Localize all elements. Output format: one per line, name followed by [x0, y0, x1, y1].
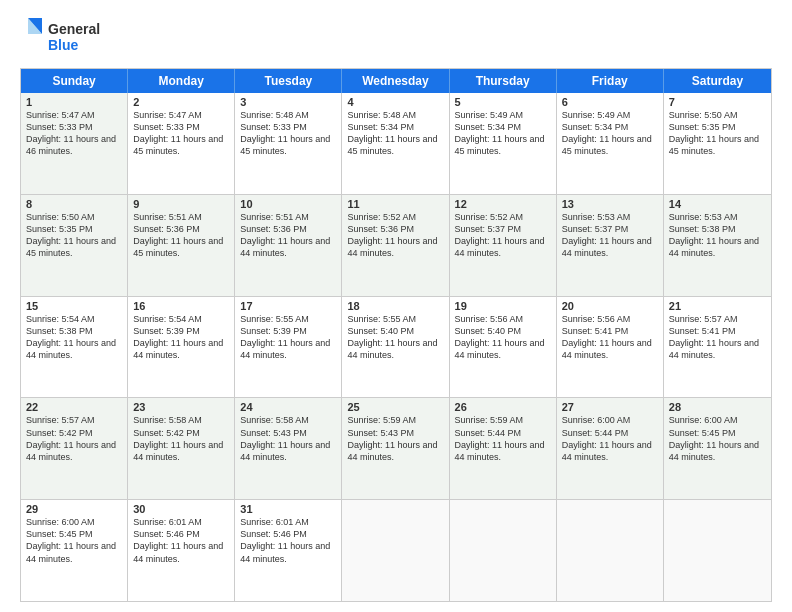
calendar-cell: 14Sunrise: 5:53 AMSunset: 5:38 PMDayligh…: [664, 195, 771, 296]
cell-info: Sunrise: 6:01 AMSunset: 5:46 PMDaylight:…: [240, 516, 336, 565]
cell-info: Sunrise: 5:47 AMSunset: 5:33 PMDaylight:…: [133, 109, 229, 158]
calendar-cell: 1Sunrise: 5:47 AMSunset: 5:33 PMDaylight…: [21, 93, 128, 194]
day-number: 16: [133, 300, 229, 312]
logo-svg: General Blue: [20, 16, 110, 58]
header-day-saturday: Saturday: [664, 69, 771, 93]
header-day-friday: Friday: [557, 69, 664, 93]
calendar-header: SundayMondayTuesdayWednesdayThursdayFrid…: [21, 69, 771, 93]
cell-info: Sunrise: 5:51 AMSunset: 5:36 PMDaylight:…: [240, 211, 336, 260]
day-number: 1: [26, 96, 122, 108]
header-day-monday: Monday: [128, 69, 235, 93]
calendar-body: 1Sunrise: 5:47 AMSunset: 5:33 PMDaylight…: [21, 93, 771, 601]
day-number: 28: [669, 401, 766, 413]
logo: General Blue: [20, 16, 110, 58]
header-day-tuesday: Tuesday: [235, 69, 342, 93]
day-number: 5: [455, 96, 551, 108]
day-number: 12: [455, 198, 551, 210]
calendar-row: 15Sunrise: 5:54 AMSunset: 5:38 PMDayligh…: [21, 297, 771, 399]
calendar-cell: 11Sunrise: 5:52 AMSunset: 5:36 PMDayligh…: [342, 195, 449, 296]
day-number: 24: [240, 401, 336, 413]
cell-info: Sunrise: 5:49 AMSunset: 5:34 PMDaylight:…: [455, 109, 551, 158]
calendar-cell: 6Sunrise: 5:49 AMSunset: 5:34 PMDaylight…: [557, 93, 664, 194]
cell-info: Sunrise: 5:48 AMSunset: 5:34 PMDaylight:…: [347, 109, 443, 158]
day-number: 17: [240, 300, 336, 312]
cell-info: Sunrise: 5:53 AMSunset: 5:38 PMDaylight:…: [669, 211, 766, 260]
header: General Blue: [20, 16, 772, 58]
day-number: 20: [562, 300, 658, 312]
cell-info: Sunrise: 5:57 AMSunset: 5:42 PMDaylight:…: [26, 414, 122, 463]
calendar-cell: 9Sunrise: 5:51 AMSunset: 5:36 PMDaylight…: [128, 195, 235, 296]
calendar-row: 1Sunrise: 5:47 AMSunset: 5:33 PMDaylight…: [21, 93, 771, 195]
cell-info: Sunrise: 5:48 AMSunset: 5:33 PMDaylight:…: [240, 109, 336, 158]
calendar-cell: [342, 500, 449, 601]
header-day-sunday: Sunday: [21, 69, 128, 93]
calendar-cell: 15Sunrise: 5:54 AMSunset: 5:38 PMDayligh…: [21, 297, 128, 398]
cell-info: Sunrise: 5:50 AMSunset: 5:35 PMDaylight:…: [26, 211, 122, 260]
day-number: 13: [562, 198, 658, 210]
calendar-cell: 4Sunrise: 5:48 AMSunset: 5:34 PMDaylight…: [342, 93, 449, 194]
day-number: 29: [26, 503, 122, 515]
day-number: 19: [455, 300, 551, 312]
cell-info: Sunrise: 5:56 AMSunset: 5:40 PMDaylight:…: [455, 313, 551, 362]
calendar-cell: 25Sunrise: 5:59 AMSunset: 5:43 PMDayligh…: [342, 398, 449, 499]
calendar-row: 8Sunrise: 5:50 AMSunset: 5:35 PMDaylight…: [21, 195, 771, 297]
day-number: 22: [26, 401, 122, 413]
calendar-row: 29Sunrise: 6:00 AMSunset: 5:45 PMDayligh…: [21, 500, 771, 601]
calendar-row: 22Sunrise: 5:57 AMSunset: 5:42 PMDayligh…: [21, 398, 771, 500]
cell-info: Sunrise: 5:59 AMSunset: 5:44 PMDaylight:…: [455, 414, 551, 463]
cell-info: Sunrise: 5:55 AMSunset: 5:40 PMDaylight:…: [347, 313, 443, 362]
cell-info: Sunrise: 6:00 AMSunset: 5:45 PMDaylight:…: [26, 516, 122, 565]
cell-info: Sunrise: 5:54 AMSunset: 5:38 PMDaylight:…: [26, 313, 122, 362]
day-number: 7: [669, 96, 766, 108]
calendar-cell: 26Sunrise: 5:59 AMSunset: 5:44 PMDayligh…: [450, 398, 557, 499]
calendar-cell: [664, 500, 771, 601]
day-number: 27: [562, 401, 658, 413]
calendar-cell: 29Sunrise: 6:00 AMSunset: 5:45 PMDayligh…: [21, 500, 128, 601]
svg-text:Blue: Blue: [48, 37, 79, 53]
day-number: 23: [133, 401, 229, 413]
calendar-cell: 22Sunrise: 5:57 AMSunset: 5:42 PMDayligh…: [21, 398, 128, 499]
calendar-cell: 12Sunrise: 5:52 AMSunset: 5:37 PMDayligh…: [450, 195, 557, 296]
cell-info: Sunrise: 5:50 AMSunset: 5:35 PMDaylight:…: [669, 109, 766, 158]
svg-text:General: General: [48, 21, 100, 37]
day-number: 3: [240, 96, 336, 108]
calendar-cell: 10Sunrise: 5:51 AMSunset: 5:36 PMDayligh…: [235, 195, 342, 296]
calendar-cell: 31Sunrise: 6:01 AMSunset: 5:46 PMDayligh…: [235, 500, 342, 601]
calendar-cell: 27Sunrise: 6:00 AMSunset: 5:44 PMDayligh…: [557, 398, 664, 499]
day-number: 8: [26, 198, 122, 210]
calendar-cell: 28Sunrise: 6:00 AMSunset: 5:45 PMDayligh…: [664, 398, 771, 499]
calendar-cell: 20Sunrise: 5:56 AMSunset: 5:41 PMDayligh…: [557, 297, 664, 398]
calendar-cell: 8Sunrise: 5:50 AMSunset: 5:35 PMDaylight…: [21, 195, 128, 296]
day-number: 18: [347, 300, 443, 312]
calendar-cell: [450, 500, 557, 601]
calendar-cell: 30Sunrise: 6:01 AMSunset: 5:46 PMDayligh…: [128, 500, 235, 601]
calendar-cell: 2Sunrise: 5:47 AMSunset: 5:33 PMDaylight…: [128, 93, 235, 194]
cell-info: Sunrise: 5:52 AMSunset: 5:36 PMDaylight:…: [347, 211, 443, 260]
day-number: 9: [133, 198, 229, 210]
day-number: 11: [347, 198, 443, 210]
cell-info: Sunrise: 5:56 AMSunset: 5:41 PMDaylight:…: [562, 313, 658, 362]
day-number: 21: [669, 300, 766, 312]
calendar-cell: 13Sunrise: 5:53 AMSunset: 5:37 PMDayligh…: [557, 195, 664, 296]
day-number: 26: [455, 401, 551, 413]
calendar-cell: 5Sunrise: 5:49 AMSunset: 5:34 PMDaylight…: [450, 93, 557, 194]
cell-info: Sunrise: 5:52 AMSunset: 5:37 PMDaylight:…: [455, 211, 551, 260]
cell-info: Sunrise: 5:58 AMSunset: 5:42 PMDaylight:…: [133, 414, 229, 463]
calendar-cell: 3Sunrise: 5:48 AMSunset: 5:33 PMDaylight…: [235, 93, 342, 194]
cell-info: Sunrise: 5:57 AMSunset: 5:41 PMDaylight:…: [669, 313, 766, 362]
day-number: 31: [240, 503, 336, 515]
cell-info: Sunrise: 5:49 AMSunset: 5:34 PMDaylight:…: [562, 109, 658, 158]
page: General Blue SundayMondayTuesdayWednesda…: [0, 0, 792, 612]
calendar: SundayMondayTuesdayWednesdayThursdayFrid…: [20, 68, 772, 602]
calendar-cell: 23Sunrise: 5:58 AMSunset: 5:42 PMDayligh…: [128, 398, 235, 499]
day-number: 10: [240, 198, 336, 210]
cell-info: Sunrise: 5:59 AMSunset: 5:43 PMDaylight:…: [347, 414, 443, 463]
cell-info: Sunrise: 6:00 AMSunset: 5:45 PMDaylight:…: [669, 414, 766, 463]
cell-info: Sunrise: 5:55 AMSunset: 5:39 PMDaylight:…: [240, 313, 336, 362]
calendar-cell: 16Sunrise: 5:54 AMSunset: 5:39 PMDayligh…: [128, 297, 235, 398]
cell-info: Sunrise: 5:54 AMSunset: 5:39 PMDaylight:…: [133, 313, 229, 362]
day-number: 4: [347, 96, 443, 108]
day-number: 30: [133, 503, 229, 515]
calendar-cell: [557, 500, 664, 601]
cell-info: Sunrise: 5:51 AMSunset: 5:36 PMDaylight:…: [133, 211, 229, 260]
